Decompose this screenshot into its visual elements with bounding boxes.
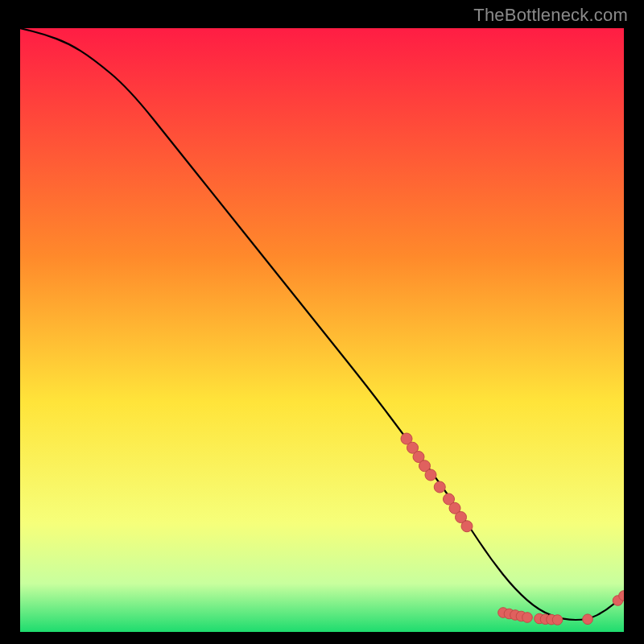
plot-area (20, 28, 624, 632)
data-point (434, 481, 445, 493)
watermark-text: TheBottleneck.com (473, 5, 628, 26)
data-point (522, 613, 533, 623)
chart-frame: TheBottleneck.com (0, 0, 644, 644)
data-point (461, 521, 473, 532)
data-point (425, 469, 436, 481)
bottleneck-chart (20, 28, 624, 632)
data-point (583, 614, 593, 625)
data-point (552, 615, 563, 625)
